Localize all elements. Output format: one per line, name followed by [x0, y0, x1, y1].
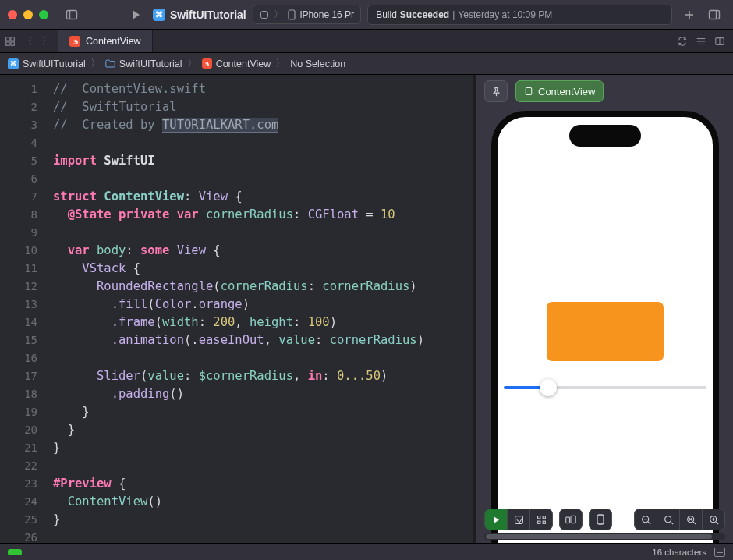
jump-seg-file[interactable]: ContentView [202, 58, 271, 69]
zoom-in-button[interactable] [703, 509, 724, 530]
tab-contentview[interactable]: ContentView [58, 30, 153, 52]
chevron-right-icon: 〉 [186, 57, 199, 70]
svg-rect-23 [543, 521, 545, 523]
window-toolbar: ⌘ SwiftUITutorial 〉 iPhone 16 Pr Build S… [0, 0, 733, 30]
zoom-out-button[interactable] [635, 509, 657, 530]
svg-rect-22 [537, 521, 540, 523]
preview-toolbar [484, 509, 725, 530]
toggle-navigator-button[interactable] [61, 5, 83, 24]
svg-line-28 [647, 521, 650, 523]
preview-scrollbar[interactable] [484, 533, 725, 540]
library-button[interactable] [703, 5, 725, 24]
preview-header: ContentView [476, 75, 733, 108]
zoom-window-button[interactable] [39, 10, 48, 19]
run-button[interactable] [125, 5, 147, 24]
device-icon [288, 9, 296, 20]
svg-rect-9 [11, 37, 14, 40]
svg-rect-21 [543, 516, 545, 518]
activity-view[interactable]: Build Succeeded | Yesterday at 10:09 PM [367, 5, 672, 25]
preview-selector[interactable]: ContentView [515, 80, 604, 102]
svg-rect-26 [597, 515, 604, 524]
editor-tab-bar: 〈 〉 ContentView [0, 30, 733, 53]
app-glyph-icon [260, 10, 269, 19]
source-editor[interactable]: 1234567891011121314151617181920212223242… [0, 75, 473, 543]
app-content [498, 117, 713, 543]
preview-chip-icon [524, 87, 533, 96]
traffic-lights [8, 10, 48, 19]
svg-rect-18 [526, 88, 532, 95]
pin-preview-button[interactable] [484, 80, 508, 102]
preview-canvas: ContentView [473, 75, 733, 543]
debug-area-toggle[interactable] [714, 548, 725, 557]
add-button[interactable] [678, 5, 700, 24]
swift-file-icon [69, 36, 80, 47]
svg-rect-8 [6, 37, 9, 40]
minimize-window-button[interactable] [23, 10, 33, 19]
device-settings-button[interactable] [560, 509, 582, 530]
project-icon: ⌘ [8, 58, 19, 69]
main-split: 1234567891011121314151617181920212223242… [0, 75, 733, 543]
iphone-frame [491, 111, 719, 543]
tab-label: ContentView [86, 36, 141, 47]
svg-point-30 [664, 516, 671, 522]
selection-count: 16 characters [652, 548, 706, 557]
status-indicator [8, 549, 22, 555]
preview-chip-label: ContentView [538, 86, 595, 97]
swift-file-icon [202, 58, 212, 69]
jump-seg-folder[interactable]: SwiftUITutorial [105, 58, 182, 69]
close-window-button[interactable] [8, 10, 17, 19]
device-stage[interactable] [476, 108, 733, 543]
editor-layout-icon[interactable] [714, 36, 725, 47]
corner-radius-slider[interactable] [504, 380, 706, 395]
rounded-rectangle-view [547, 302, 664, 361]
svg-line-37 [715, 521, 717, 523]
scrollbar-thumb[interactable] [486, 534, 712, 539]
jump-bar[interactable]: ⌘ SwiftUITutorial 〉 SwiftUITutorial 〉 Co… [0, 53, 733, 75]
svg-rect-3 [289, 10, 295, 19]
status-bar: 16 characters [0, 543, 733, 560]
svg-line-31 [670, 521, 672, 523]
svg-rect-24 [566, 517, 570, 523]
tab-nav-group: 〈 〉 [0, 30, 58, 52]
forward-button[interactable]: 〉 [39, 34, 53, 48]
svg-rect-25 [571, 516, 575, 523]
chevron-right-icon: 〉 [274, 57, 287, 70]
svg-rect-10 [6, 41, 9, 44]
jump-seg-symbol[interactable]: No Selection [290, 58, 345, 69]
chevron-right-icon: 〉 [89, 57, 102, 70]
line-gutter: 1234567891011121314151617181920212223242… [0, 75, 47, 543]
run-destination-selector[interactable]: 〉 iPhone 16 Pr [253, 5, 361, 24]
svg-rect-0 [67, 10, 77, 19]
back-button[interactable]: 〈 [20, 34, 34, 48]
svg-rect-2 [260, 11, 267, 18]
refresh-icon[interactable] [677, 36, 688, 47]
folder-icon [105, 59, 115, 68]
svg-line-33 [692, 521, 695, 523]
code-content[interactable]: // ContentView.swift // SwiftTutorial //… [47, 75, 473, 543]
app-icon: ⌘ [153, 9, 165, 21]
selectable-preview-button[interactable] [508, 509, 529, 530]
live-preview-button[interactable] [485, 509, 507, 530]
run-destination-label: iPhone 16 Pr [300, 9, 354, 20]
svg-rect-6 [710, 10, 720, 19]
zoom-actual-button[interactable] [657, 509, 679, 530]
adjust-editor-icon[interactable] [696, 36, 706, 47]
related-items-icon[interactable] [5, 36, 16, 47]
svg-rect-11 [11, 41, 14, 44]
slider-thumb[interactable] [540, 379, 557, 396]
zoom-fit-button[interactable] [680, 509, 702, 530]
preview-device-button[interactable] [590, 509, 611, 530]
svg-rect-20 [537, 516, 540, 518]
scheme-selector[interactable]: ⌘ SwiftUITutorial [153, 9, 246, 21]
variants-button[interactable] [530, 509, 552, 530]
project-name: SwiftUITutorial [170, 9, 246, 21]
jump-seg-project[interactable]: ⌘ SwiftUITutorial [8, 58, 86, 69]
